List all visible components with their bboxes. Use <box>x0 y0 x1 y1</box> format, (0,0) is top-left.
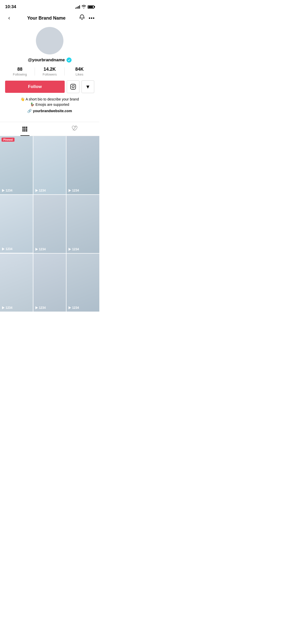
video-play-row: 1234 <box>35 247 46 251</box>
play-icon <box>69 189 71 192</box>
stat-followers[interactable]: 14.2K Followers <box>35 67 64 76</box>
likes-label: Likes <box>76 72 83 76</box>
video-thumbnail[interactable]: 1234 <box>66 195 99 253</box>
video-play-row: 1234 <box>69 247 79 251</box>
video-thumbnail[interactable]: 1234 <box>66 254 99 312</box>
play-count: 1234 <box>6 189 12 192</box>
play-icon <box>35 306 38 309</box>
video-play-row: 1234 <box>69 306 79 310</box>
back-button[interactable]: ‹ <box>5 15 14 21</box>
play-icon <box>35 248 38 251</box>
video-play-row: 1234 <box>2 189 12 192</box>
grid-view-icon <box>22 127 27 131</box>
bio-section: 👋 A short bio to describe your brand 🦆 E… <box>20 97 79 114</box>
signal-icon <box>75 5 80 9</box>
svg-point-1 <box>72 86 74 88</box>
website-url: yourbrandwebsite.com <box>33 108 72 114</box>
play-icon <box>2 247 5 251</box>
play-count: 1234 <box>72 306 79 310</box>
play-icon <box>69 306 71 309</box>
stats-row: 88 Following 14.2K Followers 84K Likes <box>5 67 94 76</box>
play-count: 1234 <box>72 189 79 192</box>
verified-badge <box>66 57 72 63</box>
bio-line-2: 🦆 Emojis are supported <box>20 102 79 107</box>
following-label: Following <box>13 72 27 76</box>
play-icon <box>69 248 71 251</box>
video-thumbnail[interactable]: 1234 <box>33 136 66 194</box>
tab-liked[interactable] <box>50 122 99 136</box>
video-play-row: 1234 <box>35 306 46 310</box>
bio-line-1: 👋 A short bio to describe your brand <box>20 97 79 102</box>
username: @yourbrandname <box>28 57 65 63</box>
followers-label: Followers <box>43 72 57 76</box>
status-bar: 10:34 <box>0 0 99 12</box>
video-thumbnail[interactable]: 1234 <box>66 136 99 194</box>
play-icon <box>35 189 38 192</box>
video-play-row: 1234 <box>2 247 12 251</box>
stat-following[interactable]: 88 Following <box>5 67 35 76</box>
liked-videos-icon <box>71 125 78 133</box>
following-count: 88 <box>17 67 22 72</box>
top-nav: ‹ Your Brand Name ••• <box>0 12 99 25</box>
video-thumbnail[interactable]: Pinned1234 <box>0 136 33 194</box>
video-play-row: 1234 <box>69 189 79 192</box>
status-time: 10:34 <box>5 4 16 9</box>
follow-button[interactable]: Follow <box>5 81 65 93</box>
svg-point-2 <box>74 85 75 86</box>
video-thumbnail[interactable]: 1234 <box>33 254 66 312</box>
likes-count: 84K <box>75 67 84 72</box>
play-count: 1234 <box>39 247 46 251</box>
avatar <box>36 27 63 54</box>
dropdown-button[interactable]: ▼ <box>82 80 94 93</box>
tab-videos[interactable] <box>0 122 50 136</box>
more-options-icon[interactable]: ••• <box>89 15 95 21</box>
video-grid: Pinned1234123412341234123412341234123412… <box>0 136 99 312</box>
video-thumbnail[interactable]: 1234 <box>33 195 66 253</box>
page-title: Your Brand Name <box>14 16 79 21</box>
action-row: Follow ▼ <box>5 80 94 93</box>
tabs-row <box>0 122 99 136</box>
video-thumbnail[interactable]: 1234 <box>0 195 33 253</box>
chevron-down-icon: ▼ <box>85 84 90 90</box>
username-row: @yourbrandname <box>28 57 71 63</box>
pinned-badge: Pinned <box>2 138 15 142</box>
play-count: 1234 <box>39 306 46 310</box>
status-icons <box>75 5 94 9</box>
wifi-icon <box>82 5 86 9</box>
play-count: 1234 <box>39 189 46 192</box>
video-play-row: 1234 <box>2 306 12 310</box>
profile-section: @yourbrandname 88 Following 14.2K Follow… <box>0 25 99 119</box>
play-icon <box>2 189 5 192</box>
video-thumbnail[interactable]: 1234 <box>0 254 33 312</box>
svg-rect-0 <box>71 84 76 89</box>
instagram-button[interactable] <box>67 80 79 93</box>
nav-actions: ••• <box>79 14 95 22</box>
play-count: 1234 <box>72 247 79 251</box>
video-play-row: 1234 <box>35 189 46 192</box>
website-link[interactable]: 🔗 yourbrandwebsite.com <box>20 108 79 114</box>
stat-likes[interactable]: 84K Likes <box>65 67 94 76</box>
battery-icon <box>88 5 94 9</box>
link-icon: 🔗 <box>27 108 32 114</box>
play-count: 1234 <box>6 247 12 251</box>
notification-bell-icon[interactable] <box>79 14 85 22</box>
play-count: 1234 <box>6 306 12 310</box>
followers-count: 14.2K <box>44 67 56 72</box>
play-icon <box>2 306 5 309</box>
